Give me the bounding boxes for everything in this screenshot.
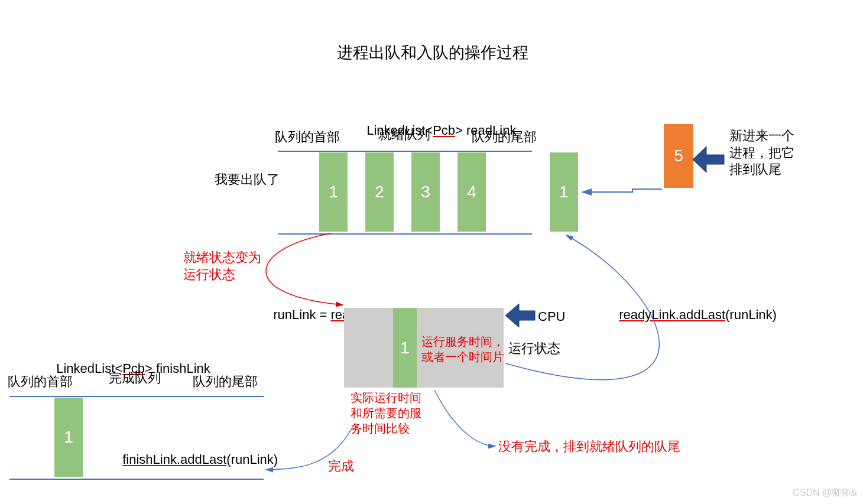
ready-item-1: 1 <box>319 152 348 232</box>
cpu-label: CPU <box>538 308 565 326</box>
not-done-label: 没有完成，排到就绪队列的队尾 <box>498 438 680 456</box>
ready-top-line <box>278 151 532 152</box>
finish-bottom-line <box>9 479 264 480</box>
ready-tail-label: 队列的尾部 <box>472 129 537 146</box>
ready-item-4: 4 <box>458 152 486 232</box>
new-process-caption: 新进来一个 进程，把它 排到队尾 <box>729 128 794 178</box>
running-state-label: 运行状态 <box>508 340 560 357</box>
diagram-title: 进程出队和入队的操作过程 <box>337 43 528 63</box>
ready-bottom-line <box>278 233 532 235</box>
ready-addlast-label: readyLink.addLast(runLink) <box>612 290 777 323</box>
state-change-label: 就绪状态变为 运行状态 <box>183 249 261 283</box>
run-time-note: 运行服务时间， 或者一个时间片 <box>421 334 504 365</box>
arrows-overlay <box>0 0 863 504</box>
ready-extra-item: 1 <box>550 152 578 232</box>
finish-tail-label: 队列的尾部 <box>193 373 258 391</box>
running-item: 1 <box>393 308 417 388</box>
ready-name-label: 就绪队列 <box>378 126 430 144</box>
ready-head-label: 队列的首部 <box>275 129 340 146</box>
finish-name-label: 完成队列 <box>109 370 161 387</box>
compare-note: 实际运行时间 和所需要的服 务时间比较 <box>351 390 421 436</box>
finish-item: 1 <box>54 398 83 477</box>
ready-item-3: 3 <box>411 152 440 232</box>
ready-item-2: 2 <box>365 152 394 232</box>
finish-addlast-label: finishLink.addLast(runLink) <box>115 434 278 468</box>
finish-head-label: 队列的首部 <box>8 373 73 391</box>
watermark: CSDN @卿卿& <box>793 487 857 499</box>
dequeue-label: 我要出队了 <box>215 171 280 188</box>
new-process-box: 5 <box>664 124 693 188</box>
done-label: 完成 <box>328 458 354 475</box>
finish-top-line <box>9 396 264 397</box>
